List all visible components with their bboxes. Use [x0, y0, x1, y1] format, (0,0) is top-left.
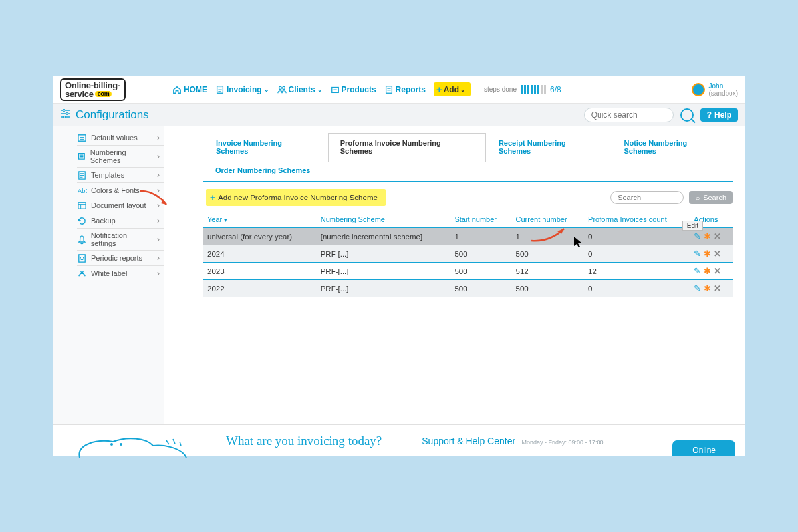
tab-notice-numbering-schemes[interactable]: Notice Numbering Schemes — [612, 133, 733, 162]
user-info[interactable]: John (sandbox) — [692, 82, 738, 97]
sidebar-icon — [77, 201, 87, 210]
column-header[interactable]: Proforma Invoices count — [584, 213, 690, 228]
steps-indicator: steps done 6/8 — [484, 85, 561, 94]
sidebar-icon — [77, 216, 87, 225]
sidebar-item-label: Default values — [91, 134, 138, 142]
cell-start: 500 — [450, 245, 511, 263]
svg-point-7 — [64, 116, 66, 118]
main-nav: HOME Invoicing⌄ Clients⌄ Products Report… — [172, 82, 471, 96]
nav-home[interactable]: HOME — [172, 85, 207, 94]
cell-current: 500 — [512, 280, 585, 297]
cursor-icon — [574, 237, 583, 247]
sidebar-item-label: White label — [91, 269, 127, 277]
sidebar-item-document-layout[interactable]: Document layout› — [77, 198, 164, 213]
cell-current: 1 — [512, 228, 585, 245]
cell-year: 2023 — [203, 263, 317, 280]
nav-invoicing[interactable]: Invoicing⌄ — [215, 85, 269, 94]
column-header[interactable]: Year ▾ — [203, 213, 317, 228]
tab-proforma-invoice-numbering-schemes[interactable]: Proforma Invoice Numbering Schemes — [328, 133, 486, 162]
delete-icon[interactable]: ✕ — [714, 266, 721, 276]
star-icon[interactable]: ✱ — [704, 283, 711, 293]
sidebar-item-colors-fonts[interactable]: AbCColors & Fonts› — [77, 183, 164, 198]
reports-icon — [384, 85, 394, 94]
table-row: 2024PRF-[...]5005000✎✱✕ — [203, 245, 733, 263]
sidebar-item-backup[interactable]: Backup› — [77, 213, 164, 229]
chevron-right-icon: › — [157, 235, 160, 244]
app-window: Online-billing- service com HOME Invoici… — [53, 76, 745, 456]
sidebar-item-numbering-schemes[interactable]: Numbering Schemes› — [77, 146, 164, 168]
sidebar-icon — [77, 152, 86, 161]
cell-current: 500 — [512, 245, 585, 263]
plus-icon: + — [436, 84, 442, 95]
sort-desc-icon: ▾ — [224, 217, 227, 223]
add-numbering-scheme-button[interactable]: + Add new Proforma Invoice Numbering Sch… — [206, 189, 386, 206]
chevron-right-icon: › — [157, 201, 160, 210]
delete-icon[interactable]: ✕ — [714, 231, 721, 241]
svg-point-15 — [120, 443, 122, 446]
avatar-icon — [692, 83, 705, 96]
sidebar-item-label: Document layout — [91, 201, 146, 209]
search-icon[interactable] — [680, 108, 694, 122]
tab-order-numbering[interactable]: Order Numbering Schemes — [215, 166, 310, 174]
table-search-input[interactable] — [610, 191, 684, 204]
svg-point-5 — [63, 109, 65, 111]
cell-scheme: [numeric incremental scheme] — [317, 228, 451, 245]
column-header[interactable]: Numbering Scheme — [317, 213, 451, 228]
table-search-button[interactable]: ⌕Search — [689, 191, 733, 204]
nav-clients[interactable]: Clients⌄ — [277, 85, 323, 94]
tab-receipt-numbering-schemes[interactable]: Receipt Numbering Schemes — [486, 133, 612, 162]
sidebar-item-label: Notification settings — [91, 231, 153, 247]
cell-year: universal (for every year) — [203, 228, 317, 245]
chevron-down-icon: ⌄ — [317, 86, 323, 93]
column-header[interactable]: Start number — [450, 213, 511, 228]
svg-rect-12 — [79, 255, 85, 262]
nav-add-button[interactable]: +Add⌄ — [434, 82, 471, 96]
quick-search-input[interactable] — [584, 108, 674, 122]
nav-products[interactable]: Products — [331, 85, 376, 94]
sidebar-item-notification-settings[interactable]: Notification settings› — [77, 229, 164, 251]
help-button[interactable]: ?Help — [700, 108, 738, 122]
delete-icon[interactable]: ✕ — [714, 283, 721, 293]
tab-bar-2: Order Numbering Schemes — [203, 162, 733, 181]
main-panel: Invoice Numbering SchemesProforma Invoic… — [164, 126, 745, 456]
sidebar-item-label: Colors & Fonts — [91, 186, 140, 194]
svg-point-2 — [282, 86, 285, 89]
sidebar-item-label: Periodic reports — [91, 254, 142, 262]
edit-icon[interactable]: ✎ — [694, 249, 701, 259]
sidebar-item-white-label[interactable]: White label› — [77, 266, 164, 281]
online-chat-button[interactable]: Online — [672, 440, 735, 456]
cell-count: 0 — [584, 280, 690, 297]
logo[interactable]: Online-billing- service com — [60, 78, 126, 101]
steps-bars — [521, 85, 546, 94]
cell-start: 500 — [450, 263, 511, 280]
nav-reports[interactable]: Reports — [384, 85, 426, 94]
svg-point-6 — [66, 112, 68, 114]
tab-invoice-numbering-schemes[interactable]: Invoice Numbering Schemes — [203, 133, 328, 162]
star-icon[interactable]: ✱ — [704, 249, 711, 259]
steps-count: 6/8 — [550, 85, 561, 94]
question-icon: ? — [707, 110, 712, 120]
footer: What are you invoicing today? Support & … — [53, 424, 745, 456]
column-header[interactable]: Current number — [512, 213, 585, 228]
sidebar-item-default-values[interactable]: Default values› — [77, 130, 164, 146]
plus-icon: + — [210, 192, 215, 203]
chevron-right-icon: › — [157, 216, 160, 225]
chevron-right-icon: › — [157, 170, 160, 180]
user-meta: John (sandbox) — [709, 82, 738, 97]
chevron-right-icon: › — [157, 269, 160, 278]
sidebar-item-templates[interactable]: Templates› — [77, 168, 164, 183]
logo-line1: Online-billing- — [65, 81, 120, 90]
edit-icon[interactable]: ✎ — [694, 266, 701, 276]
delete-icon[interactable]: ✕ — [714, 249, 721, 259]
steps-label: steps done — [484, 86, 517, 93]
footer-support[interactable]: Support & Help Center Monday - Friday: 0… — [422, 436, 603, 446]
star-icon[interactable]: ✱ — [704, 231, 711, 241]
sidebar-item-periodic-reports[interactable]: Periodic reports› — [77, 251, 164, 266]
edit-icon[interactable]: ✎ — [694, 231, 701, 241]
star-icon[interactable]: ✱ — [704, 266, 711, 276]
sidebar-icon — [77, 133, 87, 142]
edit-icon[interactable]: ✎ — [694, 283, 701, 293]
cell-scheme: PRF-[...] — [317, 245, 451, 263]
cell-scheme: PRF-[...] — [317, 263, 451, 280]
subbar: Configurations ?Help — [53, 104, 745, 126]
